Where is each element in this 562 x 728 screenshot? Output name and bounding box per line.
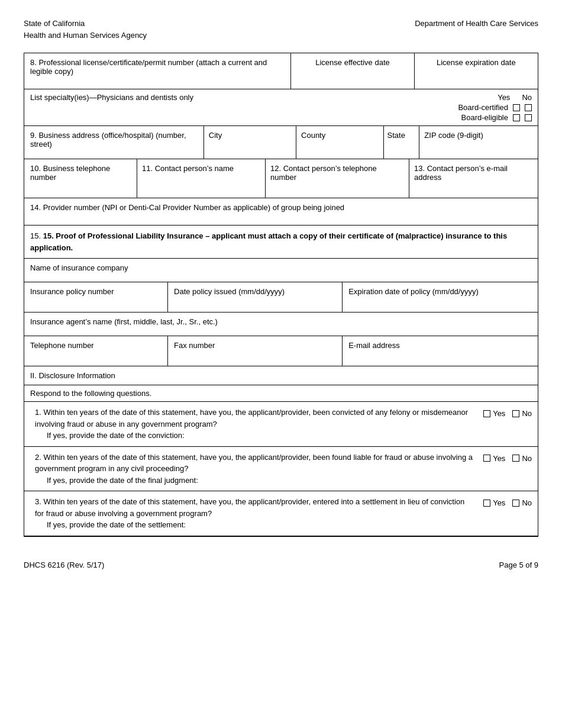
yes-header: Yes (498, 93, 510, 102)
section-15-header: 15. 15. Proof of Professional Liability … (24, 226, 538, 259)
question-1-yesno: Yes No (483, 407, 532, 420)
insurance-policy-row: Insurance policy number Date policy issu… (24, 282, 538, 313)
question-1-text: 1. Within ten years of the date of this … (35, 407, 483, 442)
disclosure-question-2: 2. Within ten years of the date of this … (24, 447, 538, 492)
contact-name-cell: 11. Contact person’s name (137, 159, 266, 198)
yes-no-header: Yes No (458, 93, 532, 102)
board-eligible-label: Board-eligible (461, 113, 509, 122)
page-header: State of California Health and Human Ser… (24, 18, 538, 41)
fax-cell: Fax number (168, 336, 343, 366)
email-label: E-mail address (348, 341, 400, 350)
q1-yes-label: Yes (493, 408, 505, 420)
board-eligible-yes-checkbox[interactable] (513, 114, 520, 121)
q3-yes-label: Yes (493, 497, 505, 509)
insurance-company-row: Name of insurance company (24, 259, 538, 282)
license-expiration-cell: License expiration date (415, 53, 538, 89)
q2-yes-checkbox[interactable] (483, 455, 490, 462)
contact-name-label: 11. Contact person’s name (142, 164, 234, 173)
page-footer: DHCS 6216 (Rev. 5/17) Page 5 of 9 (24, 561, 538, 569)
q2-no-checkbox[interactable] (512, 455, 519, 462)
section-15-header-text: 15. 15. Proof of Professional Liability … (30, 231, 507, 252)
q3-no-checkbox[interactable] (512, 500, 519, 507)
board-certified-label: Board-certified (458, 103, 508, 112)
question-2-yesno: Yes No (483, 452, 532, 465)
county-label: County (301, 131, 325, 140)
header-right: Department of Health Care Services (415, 18, 538, 41)
header-state: State of California (24, 18, 147, 30)
board-certified-row: Board-certified (458, 103, 532, 112)
business-phone-cell: 10. Business telephone number (24, 159, 137, 198)
zip-cell: ZIP code (9-digit) (419, 126, 538, 159)
board-certified-no-checkbox[interactable] (525, 104, 532, 111)
contact-email-cell: 13. Contact person’s e-mail address (409, 159, 538, 198)
telephone-cell: Telephone number (24, 336, 168, 366)
section-15-header-bold: 15. Proof of Professional Liability Insu… (30, 231, 507, 252)
email-cell: E-mail address (343, 336, 538, 366)
q3-no-item: No (512, 497, 532, 509)
address-cell: 9. Business address (office/hospital) (n… (24, 126, 204, 159)
agent-name-label: Insurance agent’s name (first, middle, l… (30, 317, 218, 326)
date-issued-cell: Date policy issued (mm/dd/yyyy) (168, 282, 343, 312)
specialty-yes-no: Yes No Board-certified Board-eligible (458, 93, 532, 122)
q3-yes-item: Yes (483, 497, 505, 509)
specialty-row: List specialty(ies)—Physicians and denti… (24, 89, 538, 126)
disclosure-question-3: 3. Within ten years of the date of this … (24, 491, 538, 536)
disclosure-header: II. Disclosure Information (24, 366, 538, 385)
board-eligible-row: Board-eligible (458, 113, 532, 122)
state-cell: State (384, 126, 420, 159)
contact-phone-label: 12. Contact person’s telephone number (270, 164, 377, 182)
date-issued-label: Date policy issued (mm/dd/yyyy) (174, 287, 285, 296)
contact-phone-cell: 12. Contact person’s telephone number (266, 159, 409, 198)
question-3-yesno: Yes No (483, 496, 532, 509)
insurance-company-label: Name of insurance company (30, 263, 128, 272)
q1-no-label: No (522, 408, 532, 420)
license-effective-cell: License effective date (291, 53, 414, 89)
zip-label: ZIP code (9-digit) (424, 131, 483, 140)
q1-yes-checkbox[interactable] (483, 410, 490, 417)
header-agency: Health and Human Services Agency (24, 30, 147, 41)
telephone-label: Telephone number (30, 341, 94, 350)
license-expiration-label: License expiration date (437, 58, 516, 67)
section-10-13-row: 10. Business telephone number 11. Contac… (24, 159, 538, 198)
license-effective-label: License effective date (315, 58, 390, 67)
license-number-label: 8. Professional license/certificate/perm… (30, 58, 267, 76)
board-eligible-no-checkbox[interactable] (525, 114, 532, 121)
q1-no-item: No (512, 408, 532, 420)
footer-left: DHCS 6216 (Rev. 5/17) (24, 561, 104, 569)
specialty-label: List specialty(ies)—Physicians and denti… (30, 93, 193, 102)
disclosure-question-1: 1. Within ten years of the date of this … (24, 402, 538, 447)
form-container: 8. Professional license/certificate/perm… (24, 53, 538, 537)
contact-info-row: Telephone number Fax number E-mail addre… (24, 336, 538, 366)
agent-name-row: Insurance agent’s name (first, middle, l… (24, 313, 538, 336)
q3-yes-checkbox[interactable] (483, 500, 490, 507)
q1-yes-item: Yes (483, 408, 505, 420)
section-8-row: 8. Professional license/certificate/perm… (24, 53, 538, 89)
board-certified-yes-checkbox[interactable] (513, 104, 520, 111)
license-number-cell: 8. Professional license/certificate/perm… (24, 53, 291, 89)
q2-yes-label: Yes (493, 453, 505, 465)
no-header: No (522, 93, 532, 102)
policy-number-label: Insurance policy number (30, 287, 114, 296)
section-14: 14. Provider number (NPI or Denti-Cal Pr… (24, 198, 538, 226)
q1-no-checkbox[interactable] (512, 410, 519, 417)
city-cell: City (204, 126, 296, 159)
q3-no-label: No (522, 497, 532, 509)
disclosure-respond: Respond to the following questions. (24, 385, 538, 402)
business-phone-label: 10. Business telephone number (30, 164, 110, 182)
q2-no-item: No (512, 453, 532, 465)
expiration-date-cell: Expiration date of policy (mm/dd/yyyy) (343, 282, 538, 312)
policy-number-cell: Insurance policy number (24, 282, 168, 312)
contact-email-label: 13. Contact person’s e-mail address (414, 164, 508, 182)
county-cell: County (296, 126, 384, 159)
section-14-label: 14. Provider number (NPI or Denti-Cal Pr… (24, 198, 538, 225)
question-3-text: 3. Within ten years of the date of this … (35, 496, 483, 531)
address-label: 9. Business address (office/hospital) (n… (30, 131, 186, 149)
footer-right: Page 5 of 9 (499, 561, 539, 569)
expiration-date-label: Expiration date of policy (mm/dd/yyyy) (348, 287, 479, 296)
city-label: City (209, 131, 222, 140)
q2-yes-item: Yes (483, 453, 505, 465)
header-left: State of California Health and Human Ser… (24, 18, 147, 41)
state-label: State (387, 131, 405, 140)
question-2-text: 2. Within ten years of the date of this … (35, 452, 483, 487)
q2-no-label: No (522, 453, 532, 465)
